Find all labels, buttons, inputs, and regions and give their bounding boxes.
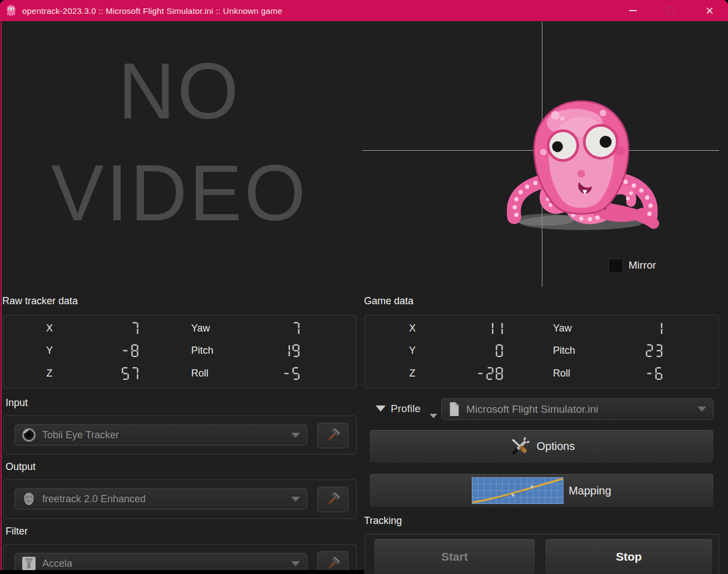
game-x-value (451, 322, 503, 335)
game-data-grid: X Yaw Y Pitch Z Roll (365, 317, 718, 385)
opentrack-window: opentrack-2023.3.0 :: Microsoft Flight S… (0, 0, 728, 574)
raw-x-value (88, 322, 138, 335)
video-preview: NO VIDEO (3, 40, 356, 244)
accela-filter-icon (22, 556, 36, 571)
screen-bottom-edge (0, 570, 365, 574)
raw-roll-label: Roll (191, 368, 241, 379)
game-yaw-value (603, 322, 662, 335)
game-yaw-label: Yaw (553, 323, 603, 334)
minimize-button[interactable] (620, 0, 646, 21)
game-row-x-yaw: X Yaw (365, 318, 718, 339)
game-pitch-label: Pitch (553, 345, 603, 357)
options-tools-icon (508, 435, 532, 458)
filter-section-title: Filter (6, 526, 28, 537)
profile-menu-label[interactable]: Profile (391, 403, 421, 415)
game-row-z-roll: Z Roll (365, 363, 718, 384)
profile-menu-small-caret-icon[interactable] (430, 414, 437, 418)
app-octopus-icon (4, 4, 18, 17)
profile-selected-value: Microsoft Flight Simulator.ini (466, 403, 599, 415)
tracking-section-title: Tracking (364, 515, 402, 527)
hammer-icon (325, 428, 341, 443)
raw-yaw-value (241, 322, 300, 335)
game-y-value (451, 344, 503, 357)
octopus-pose-image (500, 87, 662, 234)
game-z-label: Z (373, 368, 451, 379)
input-section-title: Input (6, 397, 28, 409)
mapping-button-label: Mapping (569, 484, 611, 497)
game-row-y-pitch: Y Pitch (365, 340, 718, 362)
close-button[interactable]: ✕ (697, 0, 722, 21)
close-icon: ✕ (705, 6, 714, 16)
options-button-label: Options (537, 440, 575, 453)
filter-selected-value: Accela (42, 558, 72, 570)
output-selected-value: freetrack 2.0 Enhanced (42, 493, 146, 505)
freetrack-head-icon (22, 492, 36, 506)
window-accent-strip (1, 21, 2, 574)
titlebar: opentrack-2023.3.0 :: Microsoft Flight S… (0, 0, 728, 21)
options-button[interactable]: Options (369, 429, 714, 463)
filter-dropdown-arrow-icon (291, 561, 300, 566)
output-protocol-combobox[interactable]: freetrack 2.0 Enhanced (14, 488, 307, 509)
raw-yaw-label: Yaw (191, 323, 241, 334)
game-data-title: Game data (364, 295, 413, 307)
stop-button-label: Stop (616, 550, 642, 563)
raw-data-grid: X Yaw Y Pitch Z Roll (3, 317, 355, 385)
raw-pitch-value (241, 344, 300, 357)
profile-file-icon (448, 402, 460, 417)
stop-tracking-button[interactable]: Stop (545, 538, 713, 574)
raw-y-value (88, 344, 138, 357)
raw-roll-value (241, 367, 300, 380)
start-tracking-button[interactable]: Start (373, 538, 536, 574)
mirror-checkbox[interactable] (609, 259, 623, 273)
game-x-label: X (373, 323, 451, 334)
input-tracker-combobox[interactable]: Tobii Eye Tracker (14, 424, 307, 446)
window-title: opentrack-2023.3.0 :: Microsoft Flight S… (22, 6, 282, 16)
game-z-value (451, 367, 503, 380)
raw-data-title: Raw tracker data (2, 295, 78, 307)
raw-y-label: Y (11, 345, 88, 357)
raw-row-z-roll: Z Roll (3, 363, 355, 384)
input-selected-value: Tobii Eye Tracker (42, 429, 119, 441)
game-roll-label: Roll (553, 368, 603, 379)
mapping-curve-icon (472, 477, 564, 504)
raw-x-label: X (11, 323, 88, 334)
game-roll-value (603, 367, 662, 380)
output-settings-button[interactable] (317, 487, 348, 512)
game-y-label: Y (373, 345, 451, 357)
mapping-button[interactable]: Mapping (369, 473, 714, 508)
maximize-button[interactable] (657, 0, 683, 21)
profile-menu-caret-icon[interactable] (376, 405, 386, 412)
minimize-icon (629, 10, 637, 11)
game-pitch-value (603, 344, 662, 357)
profile-combobox[interactable]: Microsoft Flight Simulator.ini (441, 398, 714, 420)
mirror-label: Mirror (629, 259, 656, 271)
input-dropdown-arrow-icon (291, 433, 300, 438)
no-video-text-line1: NO (3, 40, 356, 142)
raw-pitch-label: Pitch (191, 345, 241, 357)
raw-row-y-pitch: Y Pitch (3, 340, 355, 362)
hammer-icon (325, 492, 341, 507)
input-settings-button[interactable] (317, 423, 348, 448)
raw-row-x-yaw: X Yaw (3, 318, 355, 339)
hammer-icon (325, 556, 341, 572)
maximize-icon (667, 7, 674, 14)
output-dropdown-arrow-icon (291, 497, 300, 502)
raw-z-value (88, 367, 138, 380)
tobii-eye-icon (22, 428, 36, 442)
raw-z-label: Z (11, 368, 88, 379)
start-button-label: Start (441, 550, 468, 563)
profile-dropdown-arrow-icon (697, 407, 706, 412)
no-video-text-line2: VIDEO (3, 142, 356, 244)
output-section-title: Output (6, 461, 36, 473)
